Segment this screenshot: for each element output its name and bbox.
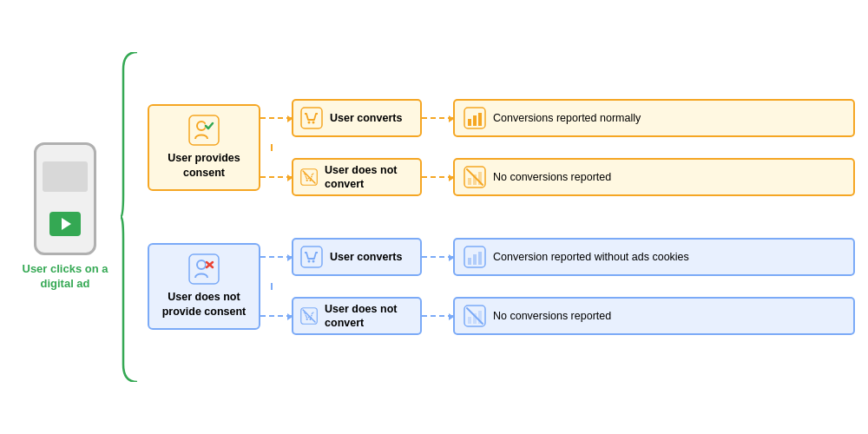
arrow-no-no-convert-2 bbox=[422, 315, 453, 317]
user-no-convert-yes-box: User does not convert bbox=[292, 158, 422, 196]
diagram: User clicks on a digital ad bbox=[13, 17, 855, 417]
conversions-reported-normal-label: Conversions reported normally bbox=[493, 111, 641, 125]
conversion-no-cookie-label: Conversion reported without ads cookies bbox=[493, 250, 689, 264]
user-converts-yes-label: User converts bbox=[330, 111, 402, 125]
no-conversions-yes-label: No conversions reported bbox=[493, 170, 611, 184]
svg-rect-24 bbox=[301, 247, 322, 267]
svg-rect-9 bbox=[478, 113, 482, 126]
consent-yes-label: User provides consent bbox=[156, 151, 252, 181]
content-section: User provides consent bbox=[148, 99, 855, 335]
cart-slash-icon-yes bbox=[300, 166, 318, 188]
svg-point-11 bbox=[306, 180, 308, 181]
svg-rect-8 bbox=[473, 115, 477, 126]
svg-point-26 bbox=[312, 260, 315, 263]
svg-rect-36 bbox=[468, 317, 471, 324]
yes-sub-rows: User converts Conversions reported norma… bbox=[260, 99, 855, 196]
cart-icon-no bbox=[300, 246, 323, 268]
cart-slash-icon-no bbox=[300, 305, 318, 327]
consent-no-box: User does not provide consent bbox=[148, 243, 260, 330]
spacer bbox=[148, 212, 855, 222]
consent-no-label: User does not provide consent bbox=[156, 290, 252, 320]
cart-icon-yes bbox=[300, 107, 323, 129]
svg-rect-29 bbox=[473, 254, 477, 265]
no-conversions-yes-box: No conversions reported bbox=[453, 158, 855, 196]
user-no-convert-yes-label: User does not convert bbox=[325, 163, 413, 192]
arrow-yes-converts bbox=[260, 117, 292, 119]
svg-rect-3 bbox=[301, 108, 322, 128]
bar-chart-slash-icon-yes bbox=[464, 166, 486, 188]
svg-rect-28 bbox=[468, 258, 471, 265]
arrow-no-no-convert bbox=[260, 315, 292, 317]
consent-no-group: User does not provide consent bbox=[148, 238, 855, 335]
bar-chart-slash-icon-no bbox=[464, 305, 486, 327]
phone-section: User clicks on a digital ad bbox=[13, 142, 117, 292]
play-button-icon bbox=[49, 212, 81, 236]
no-conversions-no-box: No conversions reported bbox=[453, 297, 855, 335]
no-no-convert-row: User does not convert No convers bbox=[260, 297, 855, 335]
arrow-yes-no-convert-2 bbox=[422, 176, 453, 178]
arrow-no-converts-2 bbox=[422, 256, 453, 258]
consent-yes-box: User provides consent bbox=[148, 104, 260, 191]
consent-yes-group: User provides consent bbox=[148, 99, 855, 196]
user-converts-no-box: User converts bbox=[292, 238, 422, 276]
svg-rect-7 bbox=[468, 119, 471, 126]
no-conversions-no-label: No conversions reported bbox=[493, 309, 611, 323]
bar-chart-icon-yes bbox=[464, 107, 486, 129]
svg-point-32 bbox=[306, 319, 308, 320]
no-converts-row: User converts Conversion reported withou… bbox=[260, 238, 855, 276]
consent-no-row: User does not provide consent bbox=[148, 238, 855, 335]
phone-icon bbox=[34, 142, 96, 255]
svg-rect-15 bbox=[468, 178, 471, 185]
no-vertical-connect bbox=[271, 283, 273, 290]
svg-point-5 bbox=[312, 122, 315, 124]
bar-chart-icon-no bbox=[464, 246, 486, 268]
user-converts-yes-box: User converts bbox=[292, 99, 422, 137]
conversion-no-cookie-box: Conversion reported without ads cookies bbox=[453, 238, 855, 276]
conversions-reported-normal-box: Conversions reported normally bbox=[453, 99, 855, 137]
svg-rect-30 bbox=[478, 252, 482, 265]
arrow-yes-converts-2 bbox=[422, 117, 453, 119]
svg-point-25 bbox=[308, 260, 311, 263]
consent-yes-row: User provides consent bbox=[148, 99, 855, 196]
user-no-convert-no-box: User does not convert bbox=[292, 297, 422, 335]
yes-no-convert-row: User does not convert No convers bbox=[260, 158, 855, 196]
yes-vertical-connect bbox=[271, 144, 273, 151]
no-sub-rows: User converts Conversion reported withou… bbox=[260, 238, 855, 335]
arrow-no-converts bbox=[260, 256, 292, 258]
brace bbox=[117, 52, 143, 382]
brace-icon bbox=[120, 52, 141, 382]
arrow-yes-no-convert bbox=[260, 176, 292, 178]
phone-screen-top bbox=[43, 161, 88, 192]
user-consent-no-icon bbox=[188, 253, 220, 285]
phone-label: User clicks on a digital ad bbox=[13, 262, 117, 292]
user-no-convert-no-label: User does not convert bbox=[325, 302, 413, 331]
user-consent-yes-icon bbox=[188, 115, 220, 146]
svg-point-4 bbox=[308, 122, 311, 124]
yes-converts-row: User converts Conversions reported norma… bbox=[260, 99, 855, 137]
user-converts-no-label: User converts bbox=[330, 250, 402, 264]
